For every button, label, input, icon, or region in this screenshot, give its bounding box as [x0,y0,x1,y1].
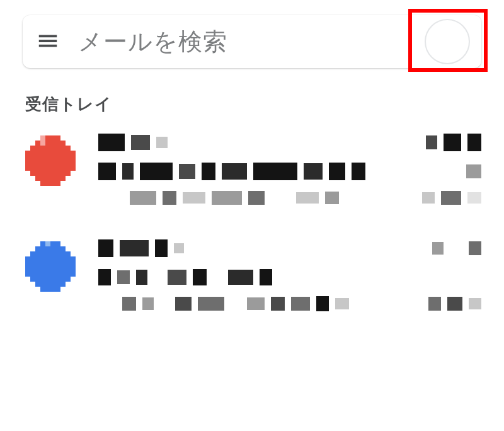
svg-rect-15 [45,241,50,246]
mail-list [23,133,481,311]
svg-rect-5 [35,176,66,181]
search-bar[interactable]: メールを検索 [23,15,481,68]
mail-item[interactable] [25,133,481,205]
svg-rect-12 [30,277,71,282]
app-root: メールを検索 受信トレイ [0,0,504,311]
hamburger-icon [36,29,60,55]
redacted-subject-line [98,268,481,287]
redacted-sender-line [98,239,481,258]
svg-rect-9 [35,246,66,251]
profile-avatar-button[interactable] [425,19,470,64]
mail-item[interactable] [25,239,481,311]
avatar-icon [25,241,76,292]
svg-rect-14 [40,287,60,292]
svg-rect-7 [40,135,45,146]
svg-rect-3 [25,151,76,171]
avatar-icon [25,135,76,186]
svg-rect-11 [25,256,76,277]
svg-rect-1 [35,141,66,146]
redacted-sender-line [98,133,481,152]
menu-button[interactable] [34,28,62,55]
inbox-section-label: 受信トレイ [25,93,481,115]
search-input[interactable]: メールを検索 [78,26,408,58]
mail-content-redacted [98,133,481,205]
redacted-snippet-line [98,297,481,311]
sender-avatar [25,135,76,186]
redacted-subject-line [98,162,481,181]
svg-rect-10 [30,251,71,256]
svg-rect-2 [30,146,71,151]
svg-rect-4 [30,171,71,176]
redacted-snippet-line [98,191,481,205]
mail-content-redacted [98,239,481,311]
svg-rect-13 [35,282,66,287]
svg-rect-6 [40,181,60,186]
sender-avatar [25,241,76,292]
